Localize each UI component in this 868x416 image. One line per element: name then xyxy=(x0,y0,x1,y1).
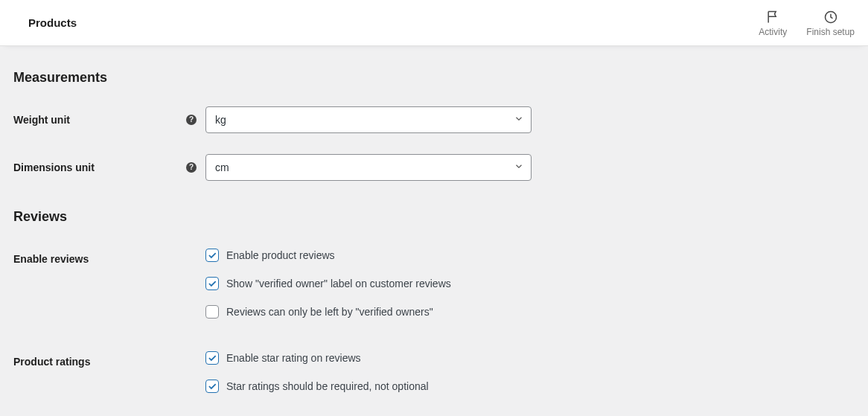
checkbox-label[interactable]: Enable star rating on reviews xyxy=(226,352,361,364)
checkbox-row: Enable star rating on reviews xyxy=(205,351,429,365)
checkbox-label[interactable]: Reviews can only be left by "verified ow… xyxy=(226,306,433,318)
top-bar: Products Activity Finish setup xyxy=(0,0,868,46)
checkbox[interactable] xyxy=(205,380,219,393)
finish-setup-button[interactable]: Finish setup xyxy=(806,9,855,37)
help-icon[interactable]: ? xyxy=(186,162,197,173)
checkbox[interactable] xyxy=(205,277,219,290)
enable-reviews-row: Enable reviews Enable product reviewsSho… xyxy=(13,246,855,319)
enable-reviews-options: Enable product reviewsShow "verified own… xyxy=(205,246,451,319)
dimensions-unit-select[interactable]: mcmmminyd xyxy=(205,154,532,181)
help-icon[interactable]: ? xyxy=(186,115,197,125)
activity-label: Activity xyxy=(759,27,787,37)
product-ratings-options: Enable star rating on reviewsStar rating… xyxy=(205,348,429,393)
checkbox-label[interactable]: Star ratings should be required, not opt… xyxy=(226,380,429,392)
checkbox[interactable] xyxy=(205,305,219,319)
checkbox-row: Enable product reviews xyxy=(205,249,451,262)
topbar-actions: Activity Finish setup xyxy=(759,9,855,37)
checkbox-row: Reviews can only be left by "verified ow… xyxy=(205,305,451,319)
checkbox[interactable] xyxy=(205,351,219,365)
checkbox[interactable] xyxy=(205,249,219,262)
weight-unit-select[interactable]: kgglbsoz xyxy=(205,106,532,133)
dimensions-unit-row: Dimensions unit ? mcmmminyd xyxy=(13,154,855,181)
flag-icon xyxy=(765,9,781,25)
checkbox-row: Star ratings should be required, not opt… xyxy=(205,380,429,393)
settings-content: Measurements Weight unit ? kgglbsoz Dime… xyxy=(0,46,868,393)
checkbox-row: Show "verified owner" label on customer … xyxy=(205,277,451,290)
reviews-heading: Reviews xyxy=(13,209,855,225)
activity-button[interactable]: Activity xyxy=(759,9,787,37)
product-ratings-row: Product ratings Enable star rating on re… xyxy=(13,348,855,393)
checkbox-label[interactable]: Enable product reviews xyxy=(226,249,335,261)
finish-setup-label: Finish setup xyxy=(806,27,855,37)
page-title: Products xyxy=(28,16,77,29)
measurements-heading: Measurements xyxy=(13,70,855,86)
clock-icon xyxy=(823,9,839,25)
weight-unit-label: Weight unit xyxy=(13,114,70,126)
checkbox-label[interactable]: Show "verified owner" label on customer … xyxy=(226,278,451,289)
dimensions-unit-label: Dimensions unit xyxy=(13,161,95,173)
weight-unit-row: Weight unit ? kgglbsoz xyxy=(13,106,855,133)
product-ratings-label: Product ratings xyxy=(13,356,90,368)
enable-reviews-label: Enable reviews xyxy=(13,253,89,265)
